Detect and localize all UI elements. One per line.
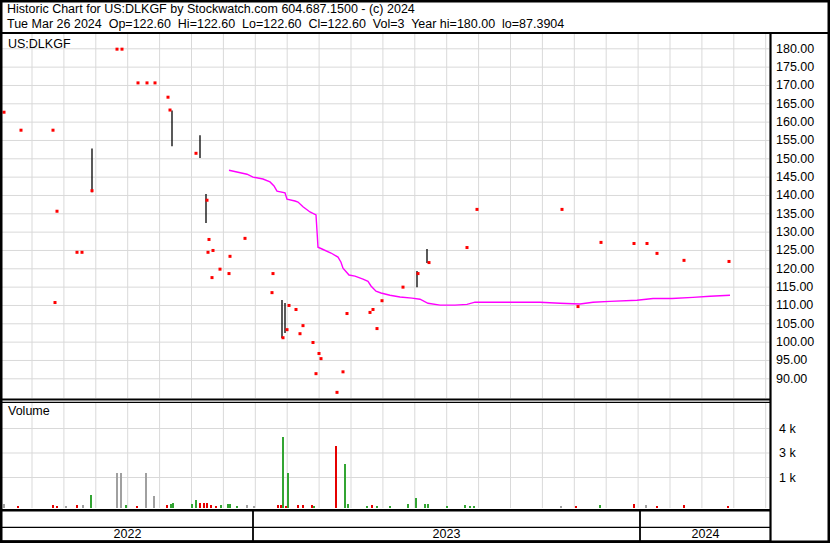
volume-bar — [560, 506, 562, 508]
volume-bar — [145, 473, 147, 508]
trade-dot — [295, 308, 298, 311]
volume-bar — [203, 503, 205, 508]
trade-dot — [633, 242, 636, 245]
trade-dot — [376, 327, 379, 330]
volume-bar — [191, 504, 193, 508]
trade-dot — [116, 48, 119, 51]
volume-bar — [302, 505, 304, 508]
trade-dot — [207, 251, 210, 254]
trade-dot — [76, 251, 79, 254]
trade-dot — [286, 328, 289, 331]
price-tick-label: 175.00 — [776, 60, 814, 74]
trade-dot — [228, 272, 231, 275]
trade-dot — [167, 96, 170, 99]
chart-canvas — [0, 0, 830, 543]
trade-dot — [646, 242, 649, 245]
price-tick-label: 110.00 — [776, 298, 813, 312]
trade-dot — [346, 312, 349, 315]
volume-bar — [227, 504, 229, 508]
volume-bar — [116, 473, 118, 508]
price-tick-label: 120.00 — [776, 262, 814, 276]
volume-bar — [469, 506, 471, 508]
trade-dot — [219, 268, 222, 271]
trade-dot — [315, 372, 318, 375]
trade-dot — [302, 324, 305, 327]
volume-bar — [473, 506, 475, 508]
trade-dot — [208, 238, 211, 241]
price-tick-label: 90.00 — [776, 372, 807, 386]
price-tick-label: 160.00 — [776, 115, 814, 129]
volume-tick-label: 4 k — [779, 422, 796, 436]
volume-bar — [575, 506, 577, 508]
trade-dot — [288, 304, 291, 307]
trade-dot — [577, 305, 580, 308]
volume-bar — [464, 505, 466, 508]
trade-dot — [3, 111, 6, 114]
volume-bar — [371, 505, 373, 508]
trade-dot — [381, 299, 384, 302]
volume-bar — [210, 505, 212, 508]
volume-bar — [282, 437, 284, 508]
trade-dot — [476, 208, 479, 211]
trade-dot — [312, 341, 315, 344]
trade-dot — [656, 252, 659, 255]
price-tick-label: 140.00 — [776, 188, 814, 202]
volume-bar — [52, 505, 54, 508]
year-label: 2023 — [253, 527, 640, 541]
volume-bar — [407, 504, 409, 508]
price-tick-label: 95.00 — [776, 353, 807, 367]
volume-bar — [90, 495, 92, 508]
year-label: 2024 — [640, 527, 771, 541]
price-tick-label: 100.00 — [776, 335, 814, 349]
volume-bar — [415, 498, 417, 508]
volume-bar — [344, 464, 346, 508]
volume-bar — [153, 496, 155, 508]
price-tick-label: 155.00 — [776, 133, 814, 147]
trade-dot — [244, 237, 247, 240]
volume-bar — [683, 505, 685, 508]
volume-bar — [3, 504, 5, 508]
trade-dot — [271, 291, 274, 294]
trade-dot — [372, 308, 375, 311]
price-tick-label: 165.00 — [776, 97, 814, 111]
volume-bar — [206, 503, 208, 508]
trade-dot — [342, 370, 345, 373]
trade-dot — [600, 241, 603, 244]
trade-dot — [728, 260, 731, 263]
trade-dot — [52, 129, 55, 132]
volume-bar — [335, 446, 337, 508]
volume-bar — [285, 506, 287, 508]
trade-dot — [54, 301, 57, 304]
trade-dot — [229, 255, 232, 258]
trade-dot — [195, 152, 198, 155]
trade-dot — [91, 189, 94, 192]
price-tick-label: 145.00 — [776, 170, 814, 184]
volume-bar — [17, 506, 19, 508]
volume-bar — [297, 505, 299, 508]
trade-dot — [318, 352, 321, 355]
trade-dot — [146, 81, 149, 84]
volume-bar — [376, 506, 378, 508]
volume-bar — [427, 504, 429, 508]
price-tick-label: 130.00 — [776, 225, 814, 239]
volume-bar — [56, 506, 58, 508]
volume-bar — [633, 504, 635, 508]
volume-bar — [656, 506, 658, 508]
volume-bar — [311, 505, 313, 508]
volume-bar — [347, 504, 349, 508]
year-label: 2022 — [2, 527, 253, 541]
price-tick-label: 135.00 — [776, 207, 814, 221]
volume-bar — [166, 505, 168, 508]
volume-bar — [253, 506, 255, 508]
price-tick-label: 125.00 — [776, 243, 814, 257]
volume-bar — [236, 506, 238, 508]
volume-bar — [215, 506, 217, 508]
trade-dot — [154, 81, 157, 84]
volume-bar — [366, 506, 368, 508]
volume-bar — [287, 473, 289, 508]
trade-dot — [206, 199, 209, 202]
volume-bar — [424, 504, 426, 508]
trade-dot — [683, 259, 686, 262]
trade-dot — [20, 129, 23, 132]
volume-bar — [280, 505, 282, 508]
